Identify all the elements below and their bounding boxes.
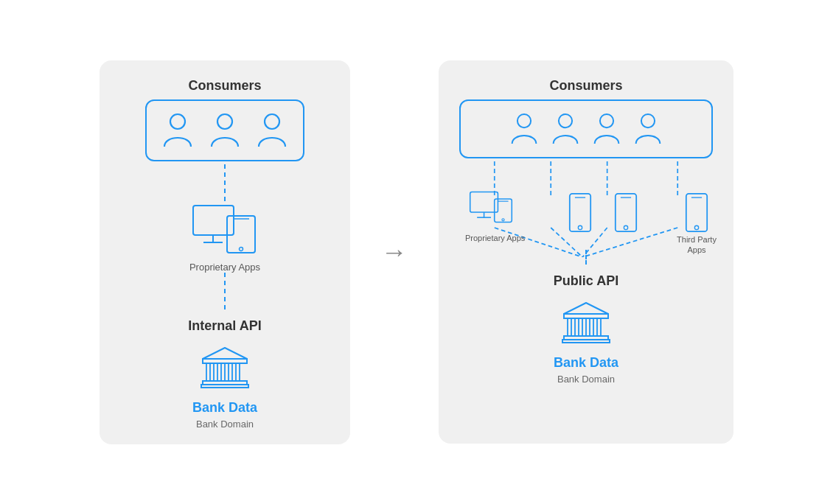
svg-point-7 — [240, 247, 243, 251]
svg-rect-11 — [206, 363, 210, 381]
svg-point-20 — [600, 114, 613, 127]
svg-marker-45 — [564, 303, 608, 314]
person-icon — [551, 111, 580, 147]
right-phone1 — [568, 192, 592, 233]
bank-icon-right — [560, 299, 612, 351]
left-dashed-line-2 — [224, 273, 226, 309]
svg-point-34 — [502, 219, 504, 221]
right-bank-label: Bank Data — [554, 355, 618, 371]
svg-point-19 — [559, 114, 572, 127]
left-proprietary-apps-label: Proprietary Apps — [189, 262, 260, 273]
person-icon — [633, 111, 663, 147]
right-proprietary-device: Proprietary Apps — [465, 191, 525, 243]
right-consumers-label: Consumers — [549, 78, 622, 94]
left-consumers-label: Consumers — [188, 78, 261, 94]
svg-rect-51 — [597, 318, 601, 336]
svg-rect-12 — [214, 363, 217, 381]
monitor-tablet-icon-right — [467, 191, 523, 231]
svg-rect-50 — [590, 318, 593, 336]
svg-rect-53 — [562, 340, 610, 343]
left-consumers-box — [145, 99, 304, 161]
left-bank-label: Bank Data — [192, 400, 257, 416]
svg-point-43 — [694, 225, 698, 229]
right-panel: Consumers — [439, 60, 733, 444]
phone-icon-3 — [685, 192, 708, 233]
right-third-party-label: Third Party Apps — [675, 234, 719, 256]
svg-point-37 — [578, 225, 582, 229]
person-icon — [509, 111, 539, 147]
left-api-label: Internal API — [188, 318, 261, 334]
right-consumers-box — [459, 99, 713, 158]
phone-icon-1 — [568, 192, 592, 233]
svg-rect-17 — [201, 385, 248, 388]
right-domain-label: Bank Domain — [557, 374, 615, 385]
person-icon — [209, 111, 241, 150]
svg-rect-48 — [575, 318, 579, 336]
svg-point-18 — [517, 114, 531, 127]
svg-point-21 — [641, 114, 655, 127]
left-dashed-line-1 — [224, 164, 226, 201]
left-bank-icon-container: Bank Data Bank Domain — [192, 344, 257, 430]
bank-icon — [199, 344, 251, 396]
person-icon — [592, 111, 621, 147]
arrow-icon: → — [381, 239, 408, 265]
person-icon — [161, 111, 194, 150]
monitor-tablet-icon — [192, 204, 258, 256]
person-icon — [256, 111, 288, 150]
svg-point-40 — [624, 225, 627, 229]
svg-point-0 — [170, 114, 185, 129]
svg-rect-14 — [229, 363, 232, 381]
transition-arrow: → — [372, 239, 416, 265]
right-bank-icon-container: Bank Data Bank Domain — [554, 299, 618, 385]
right-api-label: Public API — [554, 273, 618, 289]
right-phone3: Third Party Apps — [675, 192, 719, 256]
svg-rect-15 — [236, 363, 240, 381]
svg-rect-47 — [568, 318, 571, 336]
right-dashed-lines-area: Proprietary Apps — [459, 161, 713, 257]
diagram-container: Consumers — [85, 46, 748, 459]
phone-icon-2 — [614, 192, 638, 233]
right-phone2 — [614, 192, 638, 233]
svg-point-2 — [265, 114, 279, 129]
left-domain-label: Bank Domain — [196, 419, 254, 430]
svg-point-1 — [217, 114, 232, 129]
left-panel: Consumers — [100, 60, 350, 444]
right-proprietary-label: Proprietary Apps — [465, 233, 525, 243]
svg-rect-49 — [582, 318, 586, 336]
left-devices-row — [192, 204, 258, 256]
svg-marker-9 — [203, 348, 247, 359]
svg-rect-13 — [221, 363, 225, 381]
svg-rect-30 — [470, 192, 498, 213]
